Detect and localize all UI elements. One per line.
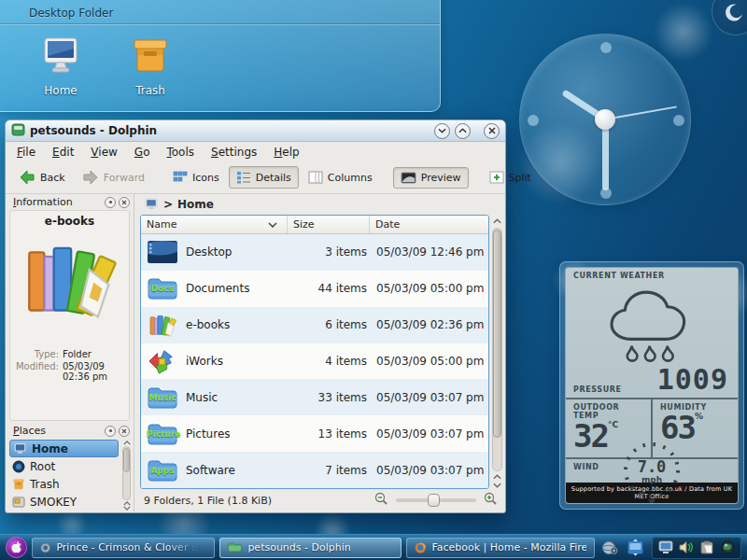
books-icon — [21, 307, 119, 325]
close-icon — [121, 428, 127, 434]
column-name[interactable]: Name — [141, 216, 287, 233]
places-panel-header: Places — [6, 423, 134, 439]
close-icon — [121, 200, 127, 205]
places-scrollbar[interactable] — [120, 441, 133, 511]
place-home[interactable]: Home — [9, 440, 119, 457]
file-row-ebooks[interactable]: e-books 6 items 05/03/09 02:36 pm — [141, 307, 488, 343]
folder-blue-icon: Music — [147, 385, 178, 411]
world-camera-icon[interactable] — [599, 538, 620, 558]
scroll-down-icon — [493, 483, 501, 488]
task-amarok[interactable]: Prince - Crimson & Clover :: Amarok — [32, 538, 215, 558]
panel-float-button[interactable] — [105, 426, 116, 437]
float-icon — [108, 428, 113, 433]
menubar: File Edit View Go Tools Settings Help — [6, 142, 505, 162]
analog-clock-widget — [519, 34, 691, 205]
outdoor-temp-value: 32 — [573, 417, 608, 455]
statusbar: 9 Folders, 1 File (1.8 KiB) — [134, 489, 505, 512]
places-list: Home Root Trash SMOKEY — [6, 439, 134, 512]
file-row-software[interactable]: Apps Software 7 items 05/03/09 03:07 pm — [141, 452, 488, 488]
file-row-music[interactable]: Music Music 33 items 05/03/09 03:07 pm — [141, 379, 488, 415]
panel-close-button[interactable] — [119, 197, 130, 208]
scrollbar-thumb[interactable] — [493, 230, 501, 438]
taskbar: Prince - Crimson & Clover :: Amarok pets… — [0, 534, 747, 560]
forward-button[interactable]: Forward — [75, 165, 152, 189]
device-notifier-icon[interactable] — [625, 538, 645, 558]
back-button[interactable]: Back — [11, 165, 73, 189]
breadcrumb[interactable]: > Home — [134, 194, 505, 213]
app-launcher-button[interactable] — [6, 537, 27, 558]
chevron-down-icon — [438, 128, 446, 133]
sort-descending-icon — [268, 218, 281, 231]
klipper-clipboard-icon[interactable] — [698, 539, 715, 556]
info-modified-label: Modified: — [14, 361, 59, 382]
plasma-toolbox-icon[interactable] — [712, 0, 747, 35]
network-globe-icon[interactable] — [719, 539, 736, 556]
zoom-slider-thumb[interactable] — [428, 494, 440, 507]
information-panel: e-books Type: Folder Modified: — [9, 210, 130, 421]
zoom-out-icon[interactable] — [374, 492, 388, 509]
file-view-scrollbar[interactable] — [489, 215, 503, 489]
column-size[interactable]: Size — [287, 216, 369, 233]
menu-edit[interactable]: Edit — [45, 144, 81, 161]
toolbar: Back Forward Icons Details Columns — [6, 162, 505, 194]
file-row-documents[interactable]: Docs Documents 44 items 05/03/09 05:00 p… — [141, 271, 488, 307]
display-monitor-icon[interactable] — [657, 539, 674, 556]
folder-blue-icon: Apps — [147, 457, 178, 483]
volume-speaker-icon[interactable] — [678, 539, 695, 556]
trash-box-icon — [12, 478, 25, 491]
menu-settings[interactable]: Settings — [204, 144, 264, 161]
window-title: petsounds - Dolphin — [25, 124, 430, 137]
columns-view-button[interactable]: Columns — [301, 166, 380, 189]
clock-mark-9 — [528, 115, 539, 126]
task-firefox[interactable]: Facebook | Home - Mozilla Firefox — [406, 538, 595, 558]
panel-close-button[interactable] — [119, 426, 130, 437]
menu-tools[interactable]: Tools — [159, 144, 202, 161]
desktop-icon-label: Trash — [135, 84, 165, 97]
firefox-icon — [415, 541, 427, 554]
menu-go[interactable]: Go — [127, 144, 158, 161]
menu-view[interactable]: View — [83, 144, 124, 161]
weather-widget: CURRENT WEATHER PRESSURE 1009 OUTDOOR TE… — [559, 261, 744, 510]
trash-box-icon — [129, 35, 172, 80]
split-button[interactable]: Split — [482, 166, 539, 189]
folder-blue-icon: Docs — [147, 275, 178, 301]
close-button[interactable] — [484, 123, 500, 139]
forward-arrow-icon — [82, 170, 99, 185]
details-view-button[interactable]: Details — [229, 166, 299, 189]
menu-help[interactable]: Help — [266, 144, 306, 161]
dolphin-app-icon — [11, 122, 25, 140]
breadcrumb-location[interactable]: Home — [177, 198, 214, 211]
dolphin-titlebar[interactable]: petsounds - Dolphin — [6, 120, 505, 142]
preview-icon — [401, 172, 416, 184]
wind-unit: mph — [638, 475, 667, 484]
zoom-in-icon[interactable] — [484, 492, 498, 509]
zoom-slider[interactable] — [396, 498, 476, 502]
icons-view-icon — [173, 171, 188, 184]
close-icon — [488, 127, 496, 134]
menu-file[interactable]: File — [9, 144, 43, 161]
desktop-icon-home[interactable]: Home — [31, 35, 91, 97]
minimize-button[interactable] — [434, 123, 450, 139]
info-item-name: e-books — [10, 211, 129, 235]
info-type-value: Folder — [63, 349, 125, 359]
file-row-pictures[interactable]: Picture Pictures 13 items 05/03/09 03:07… — [141, 415, 488, 452]
file-row-desktop[interactable]: Desktop 3 items 05/03/09 12:46 pm — [141, 234, 488, 271]
dolphin-window: petsounds - Dolphin File Edit View Go To… — [5, 119, 506, 513]
icons-view-button[interactable]: Icons — [165, 166, 227, 189]
place-smokey[interactable]: SMOKEY — [9, 493, 119, 511]
task-dolphin[interactable]: petsounds - Dolphin — [219, 538, 401, 558]
breadcrumb-separator: > — [163, 198, 173, 211]
back-arrow-icon — [19, 170, 35, 185]
place-trash[interactable]: Trash — [9, 475, 119, 493]
desktop-icon-trash[interactable]: Trash — [120, 35, 180, 97]
file-view: Name Size Date Desktop 3 items 05/03/ — [140, 215, 489, 489]
place-root[interactable]: Root — [9, 457, 119, 475]
file-row-iworks[interactable]: iWorks 4 items 05/03/09 05:00 pm — [141, 343, 488, 380]
scroll-down-icon — [123, 506, 131, 511]
panel-float-button[interactable] — [105, 197, 116, 208]
preview-button[interactable]: Preview — [393, 167, 469, 189]
maximize-button[interactable] — [455, 123, 471, 139]
computer-monitor-icon — [144, 198, 159, 211]
desktop-folder-title: Desktop Folder — [0, 1, 440, 24]
column-date[interactable]: Date — [369, 216, 488, 233]
